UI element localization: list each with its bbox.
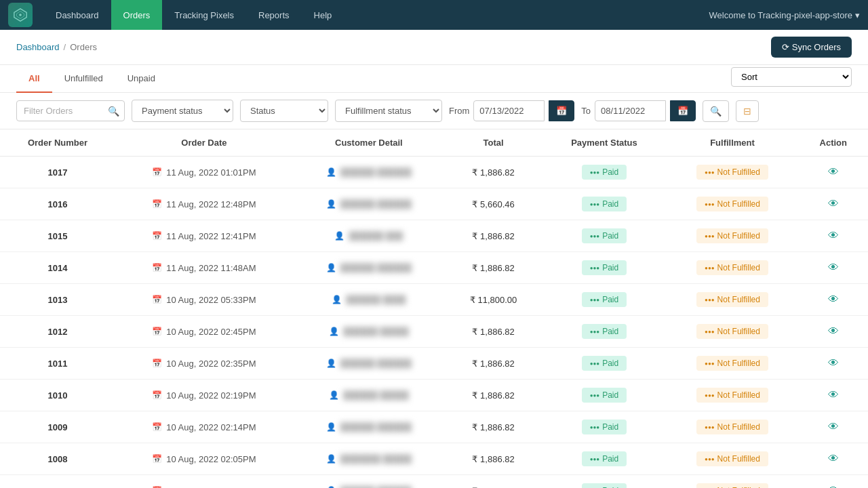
- dot-icon: ●●●: [705, 265, 715, 271]
- view-order-button[interactable]: 👁: [828, 166, 839, 178]
- date-text: 10 Aug, 2022 02:35PM: [166, 359, 256, 369]
- action-cell: 👁: [798, 157, 868, 188]
- nav-tracking-pixels[interactable]: Tracking Pixels: [162, 0, 246, 30]
- calendar-icon: 📅: [152, 359, 162, 368]
- from-calendar-button[interactable]: 📅: [549, 100, 574, 121]
- paid-badge: ●●● Paid: [582, 451, 627, 466]
- customer-icon: 👤: [329, 390, 339, 400]
- payment-status-select[interactable]: Payment status Paid Pending Refunded: [132, 100, 233, 122]
- table-row: 1014 📅 11 Aug, 2022 11:48AM 👤 ██████ ███…: [0, 252, 868, 284]
- payment-status-cell: ●●● Paid: [542, 252, 666, 284]
- from-label: From: [449, 106, 469, 116]
- customer-name: ██████ ██████: [340, 359, 412, 368]
- payment-status-cell: ●●● Paid: [542, 380, 666, 411]
- action-cell: 👁: [798, 411, 868, 443]
- customer-icon: 👤: [329, 327, 339, 336]
- table-row: 1012 📅 10 Aug, 2022 02:45PM 👤 ██████ ███…: [0, 316, 868, 348]
- order-date-cell: 📅 10 Aug, 2022 02:35PM: [115, 348, 293, 380]
- view-order-button[interactable]: 👁: [828, 357, 839, 369]
- view-order-button[interactable]: 👁: [828, 485, 839, 488]
- svg-point-2: [19, 14, 22, 16]
- table-row: 1008 📅 10 Aug, 2022 02:05PM 👤 ███████ ██…: [0, 443, 868, 475]
- tab-unfulfilled[interactable]: Unfulfilled: [52, 65, 115, 93]
- paid-badge: ●●● Paid: [582, 483, 627, 488]
- customer-name: ██████ ██████: [340, 422, 412, 432]
- sort-wrapper: Sort Date Ascending Date Descending Amou…: [731, 67, 852, 92]
- fulfillment-cell: ●●● Not Fulfilled: [667, 220, 799, 252]
- calendar-icon: 📅: [152, 454, 162, 464]
- from-date-group: From 📅: [449, 100, 574, 121]
- orders-table: Order Number Order Date Customer Detail …: [0, 129, 868, 488]
- nav-reports[interactable]: Reports: [246, 0, 302, 30]
- search-filter-button[interactable]: 🔍: [703, 100, 729, 122]
- view-order-button[interactable]: 👁: [828, 230, 839, 241]
- status-select[interactable]: Status Active Inactive: [240, 100, 328, 122]
- customer-detail-cell: 👤 ██████ ██████: [293, 252, 445, 284]
- nav-items: Dashboard Orders Tracking Pixels Reports…: [43, 0, 709, 30]
- to-date-input[interactable]: [595, 100, 666, 121]
- payment-status-cell: ●●● Paid: [542, 348, 666, 380]
- to-calendar-button[interactable]: 📅: [670, 100, 696, 121]
- table-row: 1013 📅 10 Aug, 2022 05:33PM 👤 ██████ ███…: [0, 284, 868, 316]
- total-cell: ₹ 11,800.00: [445, 284, 542, 316]
- paid-badge: ●●● Paid: [582, 324, 627, 339]
- nav-help[interactable]: Help: [302, 0, 344, 30]
- customer-detail-cell: 👤 ██████ ████: [293, 284, 445, 316]
- dot-icon: ●●●: [590, 456, 600, 462]
- calendar-icon: 📅: [152, 199, 162, 209]
- date-text: 10 Aug, 2022 02:14PM: [166, 422, 256, 432]
- tab-unpaid[interactable]: Unpaid: [115, 65, 167, 93]
- order-number-cell: 1013: [0, 284, 115, 316]
- dot-icon: ●●●: [590, 361, 600, 367]
- total-cell: ₹ 1,886.82: [445, 157, 542, 188]
- order-number-cell: 1016: [0, 188, 115, 220]
- breadcrumb-bar: Dashboard / Orders ⟳ Sync Orders: [0, 30, 868, 65]
- date-text: 10 Aug, 2022 02:45PM: [166, 327, 256, 337]
- order-date-cell: 📅 10 Aug, 2022 02:19PM: [115, 380, 293, 411]
- not-fulfilled-badge: ●●● Not Fulfilled: [696, 356, 768, 371]
- total-cell: ₹ 1,886.82: [445, 348, 542, 380]
- dot-icon: ●●●: [590, 265, 600, 271]
- order-date-cell: 📅 10 Aug, 2022 02:05PM: [115, 443, 293, 475]
- from-date-input[interactable]: [473, 100, 545, 121]
- dot-icon: ●●●: [590, 201, 600, 207]
- payment-status-cell: ●●● Paid: [542, 220, 666, 252]
- total-cell: ₹ 1,886.82: [445, 252, 542, 284]
- customer-detail-cell: 👤 ██████ ███: [293, 220, 445, 252]
- col-action: Action: [798, 129, 868, 157]
- view-order-button[interactable]: 👁: [828, 262, 839, 273]
- action-cell: 👁: [798, 475, 868, 489]
- date-text: 10 Aug, 2022 02:05PM: [166, 454, 256, 464]
- tab-all[interactable]: All: [16, 65, 52, 93]
- breadcrumb-current: Orders: [70, 42, 97, 52]
- nav-dashboard[interactable]: Dashboard: [43, 0, 111, 30]
- table-body: 1017 📅 11 Aug, 2022 01:01PM 👤 ██████ ███…: [0, 157, 868, 489]
- payment-status-cell: ●●● Paid: [542, 316, 666, 348]
- sync-orders-button[interactable]: ⟳ Sync Orders: [771, 37, 852, 58]
- view-order-button[interactable]: 👁: [828, 325, 839, 337]
- order-number-cell: 1009: [0, 411, 115, 443]
- calendar-icon: 📅: [152, 295, 162, 304]
- order-date-cell: 📅 10 Aug, 2022 01:57PM: [115, 475, 293, 489]
- fulfillment-cell: ●●● Not Fulfilled: [667, 252, 799, 284]
- nav-orders[interactable]: Orders: [111, 0, 163, 30]
- order-date-cell: 📅 11 Aug, 2022 12:41PM: [115, 220, 293, 252]
- fulfillment-status-select[interactable]: Fulfillment status Fulfilled Not Fulfill…: [335, 100, 442, 122]
- payment-status-cell: ●●● Paid: [542, 157, 666, 188]
- filter-toggle-button[interactable]: ⊟: [736, 100, 759, 122]
- view-order-button[interactable]: 👁: [828, 453, 839, 464]
- order-date-cell: 📅 10 Aug, 2022 02:14PM: [115, 411, 293, 443]
- action-cell: 👁: [798, 252, 868, 284]
- view-order-button[interactable]: 👁: [828, 198, 839, 209]
- view-order-button[interactable]: 👁: [828, 293, 839, 305]
- customer-name: ██████ █████: [343, 390, 409, 400]
- brand-logo: [8, 3, 33, 27]
- view-order-button[interactable]: 👁: [828, 389, 839, 401]
- sort-select[interactable]: Sort Date Ascending Date Descending Amou…: [731, 67, 852, 87]
- orders-table-container: Order Number Order Date Customer Detail …: [0, 129, 868, 488]
- customer-name: ██████ █████: [343, 327, 409, 336]
- view-order-button[interactable]: 👁: [828, 421, 839, 432]
- breadcrumb-home[interactable]: Dashboard: [16, 42, 60, 52]
- calendar-icon: 📅: [152, 231, 162, 241]
- dot-icon: ●●●: [705, 424, 715, 430]
